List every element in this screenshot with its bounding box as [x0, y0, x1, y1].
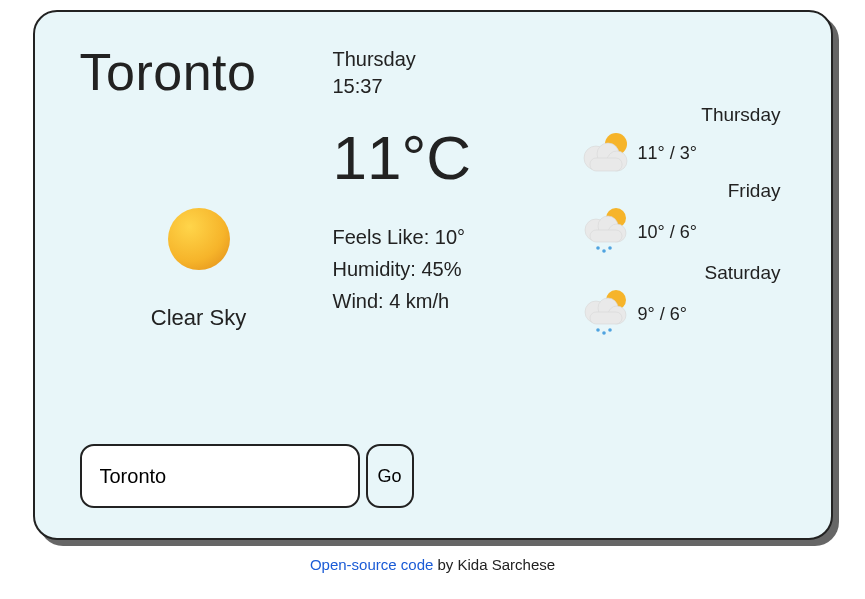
humidity-row: Humidity: 45%	[333, 253, 566, 285]
rain-partly-cloudy-icon	[576, 204, 640, 260]
feels-like-row: Feels Like: 10°	[333, 221, 566, 253]
wind-row: Wind: 4 km/h	[333, 285, 566, 317]
svg-point-20	[602, 331, 606, 335]
search-go-button[interactable]: Go	[366, 444, 414, 508]
svg-rect-10	[590, 230, 622, 242]
open-source-link[interactable]: Open-source code	[310, 556, 433, 573]
condition-text: Clear Sky	[151, 305, 246, 331]
date-day: Thursday	[333, 46, 566, 73]
forecast-hi-lo: 10° / 6°	[638, 222, 697, 243]
forecast-item: Friday	[576, 180, 786, 260]
svg-rect-5	[590, 158, 622, 171]
forecast-hi-lo: 11° / 3°	[638, 143, 697, 164]
forecast-day: Saturday	[704, 262, 780, 284]
forecast-hi-lo: 9° / 6°	[638, 304, 687, 325]
svg-point-19	[596, 328, 600, 332]
forecast-item: Saturday	[576, 262, 786, 342]
svg-rect-18	[590, 312, 622, 324]
current-conditions: Clear Sky	[80, 102, 318, 416]
weather-card: Toronto Thursday 15:37 Clear Sky 11°C	[33, 10, 833, 540]
city-search-input[interactable]	[80, 444, 360, 508]
forecast-day: Friday	[728, 180, 781, 202]
svg-point-12	[602, 249, 606, 253]
forecast-day: Thursday	[701, 104, 780, 126]
datetime: Thursday 15:37	[328, 42, 566, 102]
city-name: Toronto	[80, 42, 318, 102]
forecast-item: Thursday 11° / 3°	[576, 104, 786, 178]
partly-cloudy-icon	[576, 128, 640, 178]
footer-byline: by Kida Sarchese	[433, 556, 555, 573]
svg-point-11	[596, 246, 600, 250]
footer: Open-source code by Kida Sarchese	[310, 556, 555, 573]
forecast-list: Thursday 11° / 3° Frid	[576, 42, 786, 416]
date-time: 15:37	[333, 73, 566, 100]
sun-icon	[163, 203, 235, 275]
svg-point-13	[608, 246, 612, 250]
temperature-column: 11°C Feels Like: 10° Humidity: 45% Wind:…	[328, 102, 566, 416]
current-temperature: 11°C	[333, 122, 566, 193]
svg-point-21	[608, 328, 612, 332]
svg-point-0	[168, 208, 230, 270]
rain-partly-cloudy-icon	[576, 286, 640, 342]
search-row: Go	[80, 444, 786, 508]
weather-details: Feels Like: 10° Humidity: 45% Wind: 4 km…	[333, 221, 566, 317]
